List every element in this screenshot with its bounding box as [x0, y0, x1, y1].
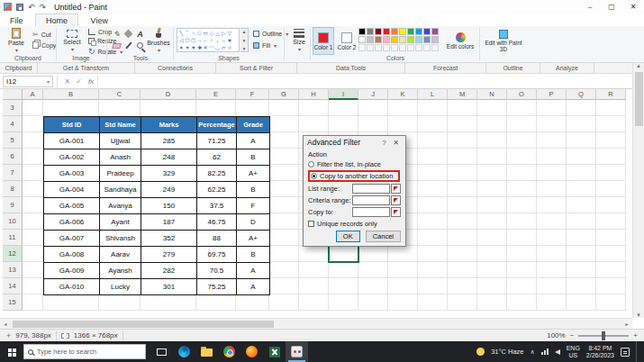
palette-color[interactable]	[399, 36, 406, 43]
scroll-down-icon[interactable]: ▼	[636, 312, 641, 318]
table-cell[interactable]: 282	[141, 263, 197, 279]
network-icon[interactable]	[541, 348, 549, 355]
select-button[interactable]: Select	[59, 27, 85, 54]
palette-empty-slot[interactable]	[375, 44, 382, 51]
vertical-scroll-thumb[interactable]	[635, 72, 643, 126]
radio-copy-to-location[interactable]: Copy to another location	[311, 172, 397, 180]
shape-option[interactable]: ⬠	[185, 37, 191, 44]
paste-button[interactable]: Paste	[4, 27, 29, 54]
column-header[interactable]: E	[196, 89, 236, 100]
row-header[interactable]: 12	[3, 246, 23, 262]
checkbox-icon[interactable]	[308, 221, 314, 227]
color2-button[interactable]: Color 2	[336, 27, 358, 55]
copy-to-input[interactable]	[352, 207, 390, 217]
save-icon[interactable]	[16, 4, 23, 11]
copy-to-picker-icon[interactable]	[391, 207, 401, 217]
column-header[interactable]: O	[507, 89, 537, 100]
table-cell[interactable]: A	[237, 279, 270, 295]
column-header[interactable]: A	[23, 89, 43, 100]
palette-color[interactable]	[391, 36, 398, 43]
fill-tool[interactable]	[123, 29, 133, 39]
table-cell[interactable]: Ayant	[100, 214, 141, 231]
table-cell[interactable]: 88	[197, 231, 237, 247]
enter-formula-icon[interactable]	[73, 77, 85, 86]
palette-color[interactable]	[431, 28, 439, 35]
shape-option[interactable]: ○	[190, 30, 196, 37]
shape-fill-button[interactable]: Fill	[253, 42, 277, 49]
list-range-picker-icon[interactable]	[391, 184, 401, 194]
more-shapes-icon[interactable]: ▼	[242, 46, 247, 51]
criteria-range-input[interactable]	[352, 195, 390, 205]
size-button[interactable]: Size	[286, 27, 312, 54]
close-button[interactable]	[622, 0, 644, 14]
palette-color[interactable]	[423, 36, 431, 43]
table-cell[interactable]: GA-010	[44, 279, 100, 295]
table-cell[interactable]: 62	[197, 149, 237, 166]
palette-color[interactable]	[407, 36, 414, 43]
start-button[interactable]	[0, 341, 23, 362]
taskbar-file-explorer[interactable]	[195, 341, 218, 362]
edit-with-paint3d-button[interactable]: Edit with Paint 3D	[483, 27, 524, 54]
column-header[interactable]: R	[596, 89, 626, 100]
shape-option[interactable]: ⬡	[190, 37, 196, 44]
table-cell[interactable]: 62.25	[197, 182, 237, 198]
table-cell[interactable]: D	[237, 214, 270, 231]
palette-color[interactable]	[423, 28, 431, 35]
cancel-formula-icon[interactable]	[61, 77, 73, 86]
shape-option[interactable]: →	[196, 37, 203, 44]
language-indicator[interactable]: ENG US	[567, 345, 580, 359]
table-cell[interactable]: GA-005	[44, 198, 100, 214]
shape-option[interactable]: ▽	[227, 30, 233, 37]
insert-function-icon[interactable]: fx	[85, 77, 97, 86]
row-header[interactable]: 5	[3, 132, 23, 149]
table-cell[interactable]: Avanya	[100, 198, 141, 214]
cut-button[interactable]: Cut	[32, 31, 51, 39]
table-cell[interactable]: B	[237, 247, 270, 263]
palette-color[interactable]	[415, 28, 422, 35]
column-header[interactable]: D	[141, 89, 196, 100]
color-picker-tool[interactable]	[123, 41, 133, 50]
shape-option[interactable]: ↑	[208, 37, 214, 44]
selected-cell-I12[interactable]	[328, 245, 359, 263]
table-cell[interactable]: Aarav	[100, 247, 141, 263]
color1-button[interactable]: Color 1	[313, 27, 334, 55]
column-header[interactable]: N	[477, 89, 507, 100]
scroll-up-icon[interactable]: ▲	[242, 29, 247, 34]
zoom-slider[interactable]	[578, 335, 629, 337]
row-header[interactable]: 6	[3, 149, 23, 165]
palette-empty-slot[interactable]	[423, 44, 431, 51]
list-range-input[interactable]	[352, 184, 390, 194]
row-header[interactable]: 14	[3, 278, 23, 294]
table-header-cell[interactable]: Marks	[141, 117, 197, 133]
table-cell[interactable]: 248	[141, 149, 197, 166]
table-cell[interactable]: Pradeep	[100, 166, 141, 182]
shape-option[interactable]: ☆	[227, 44, 233, 51]
criteria-range-picker-icon[interactable]	[391, 195, 401, 205]
table-cell[interactable]: 69.75	[197, 247, 237, 263]
palette-color[interactable]	[375, 36, 382, 43]
column-header[interactable]: I	[329, 89, 358, 100]
table-header-cell[interactable]: Grade	[237, 117, 270, 133]
column-header[interactable]: P	[537, 89, 567, 100]
shape-option[interactable]: ⌒	[185, 30, 191, 37]
pencil-tool[interactable]	[112, 29, 122, 39]
cancel-button[interactable]: Cancel	[366, 231, 401, 242]
tab-file[interactable]: File	[0, 14, 33, 27]
palette-color[interactable]	[375, 28, 382, 35]
radio-icon-unselected[interactable]	[308, 161, 314, 167]
palette-color[interactable]	[383, 28, 390, 35]
palette-color[interactable]	[358, 28, 366, 35]
palette-color[interactable]	[415, 36, 422, 43]
notification-center-icon[interactable]	[621, 348, 630, 357]
table-header-cell[interactable]: Percentage	[197, 117, 237, 133]
vertical-scrollbar[interactable]: ▲ ▼	[632, 63, 644, 318]
row-header[interactable]: 3	[3, 100, 23, 116]
table-cell[interactable]: 37.5	[197, 198, 237, 214]
shape-option[interactable]: ✚	[196, 44, 203, 51]
shape-option[interactable]: ◠	[208, 44, 214, 51]
scroll-down-icon[interactable]: ▼	[242, 38, 247, 43]
task-view-button[interactable]	[150, 341, 173, 362]
clock[interactable]: 8:42 PM 2/26/2023	[586, 345, 614, 359]
radio-filter-in-place[interactable]: Filter the list, in-place	[308, 160, 401, 168]
table-cell[interactable]: Sandhaya	[100, 182, 141, 198]
